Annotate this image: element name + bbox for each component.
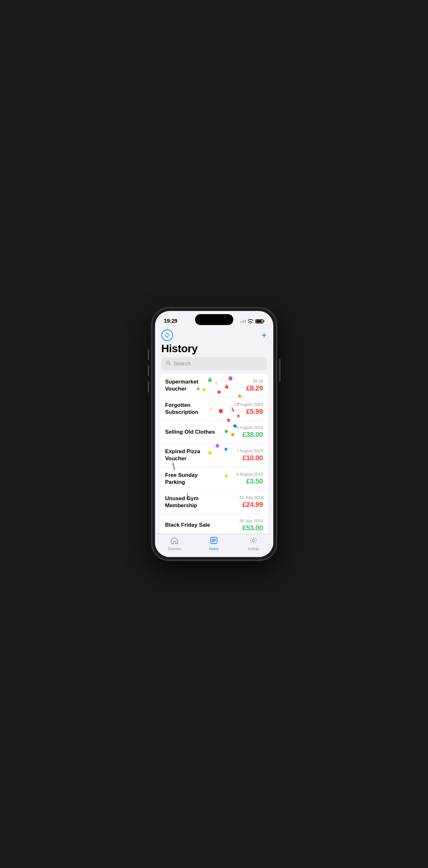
list-item[interactable]: Supermarket Voucher19:29£8.29 xyxy=(160,374,268,397)
transaction-items: Supermarket Voucher19:29£8.29Forgotten S… xyxy=(160,374,268,534)
list-item[interactable]: Free Sunday Parking6 August 2023£3.50 xyxy=(160,467,268,491)
item-amount: £5.99 xyxy=(234,407,263,416)
tab-settings-label: Settings xyxy=(248,547,259,551)
add-button[interactable]: + xyxy=(262,331,267,340)
item-right: 9 August 2023£38.00 xyxy=(236,425,263,439)
tab-summary-label: Summary xyxy=(168,547,181,551)
tab-summary[interactable]: Summary xyxy=(162,536,187,551)
status-time: 19:29 xyxy=(164,318,177,324)
tab-bar: Summary History xyxy=(155,534,273,557)
item-right: 12 August 2023£5.99 xyxy=(234,402,263,416)
item-name: Forgotten Subscription xyxy=(165,402,219,416)
item-right: 7 August 2023£10.00 xyxy=(236,448,263,462)
item-right: 6 August 2023£3.50 xyxy=(236,472,263,486)
item-name: Free Sunday Parking xyxy=(165,472,219,486)
item-right: 19:29£8.29 xyxy=(246,379,263,393)
item-amount: £24.99 xyxy=(239,500,263,509)
item-name: Black Friday Sale xyxy=(165,522,210,529)
svg-line-1 xyxy=(169,364,171,365)
item-right: 31 July 2023£24.99 xyxy=(239,495,263,509)
tab-history[interactable]: History xyxy=(201,536,226,551)
list-item[interactable]: Selling Old Clothes9 August 2023£38.00 xyxy=(160,421,268,443)
item-date: 31 July 2023 xyxy=(239,495,263,500)
item-date: 6 August 2023 xyxy=(236,472,263,476)
transactions-list: Supermarket Voucher19:29£8.29Forgotten S… xyxy=(155,374,273,534)
phone-frame: 19:29 xyxy=(152,308,276,560)
item-date: 12 August 2023 xyxy=(234,402,263,407)
tab-settings[interactable]: Settings xyxy=(241,536,266,551)
signal-icon xyxy=(240,319,246,323)
page-title: History xyxy=(155,342,273,357)
item-amount: £8.29 xyxy=(246,384,263,393)
phone-screen: 19:29 xyxy=(155,311,273,557)
item-right: 26 July 2023£53.00 xyxy=(239,518,263,532)
battery-icon xyxy=(255,319,264,323)
dynamic-island xyxy=(195,314,233,325)
item-date: 19:29 xyxy=(246,379,263,383)
settings-icon xyxy=(249,536,257,546)
item-name: Unused Gym Membership xyxy=(165,495,219,509)
item-amount: £53.00 xyxy=(239,524,263,532)
list-item[interactable]: Black Friday Sale26 July 2023£53.00 xyxy=(160,514,268,534)
search-icon xyxy=(166,361,171,367)
list-item[interactable]: Forgotten Subscription12 August 2023£5.9… xyxy=(160,397,268,421)
tab-history-label: History xyxy=(209,547,219,551)
wifi-icon xyxy=(248,319,253,324)
item-name: Expired Pizza Voucher xyxy=(165,448,219,462)
search-placeholder: Search xyxy=(174,361,191,367)
item-date: 7 August 2023 xyxy=(236,448,263,453)
item-name: Selling Old Clothes xyxy=(165,429,215,436)
svg-point-29 xyxy=(252,539,254,542)
item-date: 9 August 2023 xyxy=(236,425,263,430)
list-container: Supermarket Voucher19:29£8.29Forgotten S… xyxy=(160,374,268,534)
item-date: 26 July 2023 xyxy=(239,518,263,523)
status-icons xyxy=(240,319,264,324)
status-bar: 19:29 xyxy=(155,311,273,327)
item-amount: £3.50 xyxy=(236,477,263,486)
list-item[interactable]: Unused Gym Membership31 July 2023£24.99 xyxy=(160,491,268,514)
item-amount: £38.00 xyxy=(236,431,263,439)
list-item[interactable]: Expired Pizza Voucher7 August 2023£10.00 xyxy=(160,443,268,467)
search-bar[interactable]: Search xyxy=(161,357,267,370)
history-icon xyxy=(210,536,218,546)
item-amount: £10.00 xyxy=(236,454,263,462)
sync-button[interactable] xyxy=(161,330,173,341)
home-icon xyxy=(171,536,179,546)
item-name: Supermarket Voucher xyxy=(165,378,219,393)
app-header: + xyxy=(155,327,273,342)
